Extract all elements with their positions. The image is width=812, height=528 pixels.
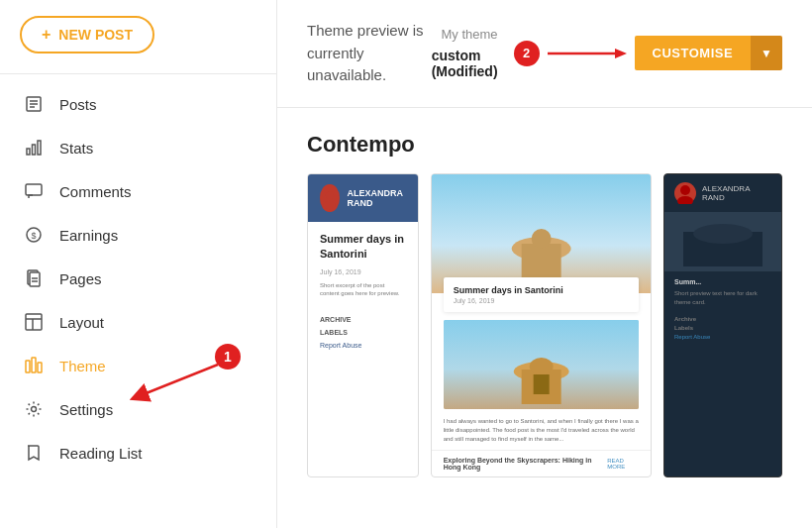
sidebar-divider <box>0 73 276 74</box>
card1-body: Summer days in Santorini July 16, 2019 S… <box>308 222 418 308</box>
theme-icon <box>24 356 44 375</box>
theme-previews: ALEXANDRA RAND Summer days in Santorini … <box>307 173 782 477</box>
card1-report-link: Report Abuse <box>320 342 406 349</box>
contempo-title: Contempo <box>307 132 782 158</box>
svg-rect-19 <box>38 363 42 372</box>
hero-svg <box>432 174 651 293</box>
read-more-cta: READ MORE <box>607 458 639 470</box>
svg-rect-17 <box>26 361 30 372</box>
sidebar-item-label: Comments <box>59 183 132 200</box>
theme-card-left: ALEXANDRA RAND Summer days in Santorini … <box>307 173 419 477</box>
comments-icon <box>24 181 44 201</box>
svg-marker-26 <box>615 49 627 58</box>
svg-rect-14 <box>26 314 42 330</box>
card2-hero <box>664 212 781 271</box>
post-panel-date: July 16, 2019 <box>454 297 629 304</box>
card1-archive-label: Archive <box>320 316 406 323</box>
sidebar-item-label: Layout <box>59 314 104 331</box>
theme-card-right: ALEXANDRA RAND Summ... Short preview tex… <box>663 173 782 477</box>
card2-report: Report Abuse <box>674 334 771 340</box>
svg-point-27 <box>326 191 334 199</box>
card2-post-title: Summ... <box>674 277 771 287</box>
card1-excerpt: Short excerpt of the post content goes h… <box>320 281 406 298</box>
main-content: Theme preview is currently unavailable. … <box>277 0 812 528</box>
card1-avatar <box>320 184 340 212</box>
sidebar-item-earnings[interactable]: $ Earnings <box>0 213 276 257</box>
theme-preview-text: Theme preview is currently unavailable. <box>307 20 432 87</box>
card1-labels-label: Labels <box>320 329 406 336</box>
card1-meta: July 16, 2019 <box>320 267 406 277</box>
posts-icon <box>24 94 44 114</box>
plus-icon: + <box>42 26 51 44</box>
sidebar-item-label: Reading List <box>59 445 142 462</box>
layout-icon <box>24 312 44 332</box>
card-main-excerpt: I had always wanted to go to Santorini, … <box>432 417 651 450</box>
sidebar-item-label: Stats <box>59 140 93 157</box>
post-panel: Summer days in Santorini July 16, 2019 <box>444 277 639 312</box>
svg-rect-5 <box>33 145 36 155</box>
svg-rect-11 <box>30 272 40 286</box>
customise-dropdown-button[interactable]: ▼ <box>751 36 782 70</box>
settings-icon <box>24 399 44 419</box>
sidebar-item-settings[interactable]: Settings <box>0 387 276 431</box>
sidebar-item-label: Settings <box>59 401 113 418</box>
card2-excerpt: Short preview text here for dark theme c… <box>674 289 771 306</box>
svg-rect-18 <box>32 358 36 372</box>
sidebar-item-theme[interactable]: Theme <box>0 344 276 387</box>
sidebar-item-label: Posts <box>59 96 97 113</box>
customise-callout: 2 CUSTOMISE ▼ <box>514 36 782 70</box>
svg-point-38 <box>680 185 690 195</box>
svg-point-39 <box>677 196 693 204</box>
card1-post-title: Summer days in Santorini <box>320 232 406 263</box>
sidebar-item-comments[interactable]: Comments <box>0 169 276 213</box>
customise-button-group[interactable]: CUSTOMISE ▼ <box>635 36 782 70</box>
svg-point-20 <box>32 407 37 412</box>
svg-rect-7 <box>26 184 42 195</box>
sidebar-item-label: Pages <box>59 270 102 287</box>
sidebar-item-posts[interactable]: Posts <box>0 82 276 126</box>
customise-button[interactable]: CUSTOMISE <box>635 36 752 70</box>
svg-text:$: $ <box>31 231 36 241</box>
svg-point-28 <box>323 200 336 208</box>
badge-2: 2 <box>514 41 540 66</box>
card2-text: Summ... Short preview text here for dark… <box>664 271 781 313</box>
card1-header: ALEXANDRA RAND <box>308 174 418 222</box>
sidebar-item-stats[interactable]: Stats <box>0 126 276 169</box>
my-theme-label: My theme <box>441 27 497 42</box>
scene-svg <box>444 320 639 409</box>
svg-point-42 <box>693 224 753 244</box>
new-post-label: NEW POST <box>58 27 133 43</box>
sidebar-item-reading-list[interactable]: Reading List <box>0 431 276 475</box>
sidebar-item-label: Earnings <box>59 227 118 244</box>
svg-rect-4 <box>27 149 30 155</box>
card1-sidebar: Archive Labels Report Abuse <box>308 308 418 357</box>
card-main-footer: Exploring Beyond the Skyscrapers: Hiking… <box>432 450 651 476</box>
theme-header: Theme preview is currently unavailable. … <box>277 0 812 108</box>
stats-icon <box>24 138 44 158</box>
callout-group-2: My theme custom (Modified) <box>432 27 498 79</box>
card1-blog-name: ALEXANDRA RAND <box>348 188 406 208</box>
pages-icon <box>24 268 44 288</box>
svg-rect-6 <box>38 141 41 155</box>
card2-sidebar-labels: Archive Labels Report Abuse <box>664 312 781 344</box>
post-panel-title: Summer days in Santorini <box>454 285 629 295</box>
card2-archive: Archive <box>674 316 771 322</box>
svg-rect-36 <box>529 358 553 375</box>
sidebar-item-layout[interactable]: Layout <box>0 300 276 344</box>
arrow-right-2 <box>548 44 627 63</box>
svg-rect-32 <box>531 229 551 249</box>
my-theme-name: custom (Modified) <box>432 48 498 79</box>
card-main-scene <box>444 320 639 409</box>
reading-list-icon <box>24 443 44 463</box>
new-post-button[interactable]: + NEW POST <box>20 16 154 53</box>
sidebar-item-pages[interactable]: Pages <box>0 257 276 300</box>
card2-labels: Labels <box>674 325 771 331</box>
contempo-section: Contempo ALEXANDRA RAND Summer days in S… <box>277 108 812 501</box>
earnings-icon: $ <box>24 225 44 245</box>
svg-rect-37 <box>533 374 549 394</box>
card2-header: ALEXANDRA RAND <box>664 174 781 212</box>
card2-hero-svg <box>664 212 781 271</box>
card2-avatar <box>674 182 696 204</box>
footer-title: Exploring Beyond the Skyscrapers: Hiking… <box>444 457 608 471</box>
card-main-hero: Here and There <box>432 174 651 293</box>
